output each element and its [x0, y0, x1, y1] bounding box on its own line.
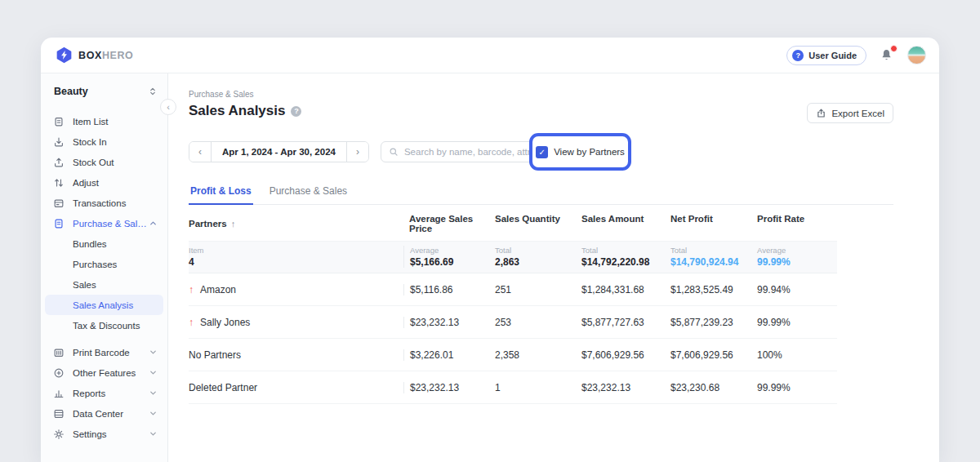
- partner-cell: Deleted Partner: [189, 382, 403, 393]
- partner-name: No Partners: [189, 349, 241, 361]
- chevron-right-icon: ›: [356, 146, 359, 158]
- sidebar-nav-bottom: Print BarcodeOther FeaturesReportsData C…: [41, 342, 167, 444]
- quantity-cell: 251: [489, 284, 576, 295]
- summary-label: Total: [670, 246, 751, 255]
- date-range-value[interactable]: Apr 1, 2024 - Apr 30, 2024: [211, 142, 347, 162]
- sidebar-item-label: Adjust: [73, 178, 158, 188]
- avg-price-cell: $23,232.13: [403, 317, 489, 328]
- sidebar-subitem-sales[interactable]: Sales: [41, 274, 167, 295]
- main-layout: Beauty Item ListStock InStock OutAdjustT…: [41, 73, 939, 462]
- column-header-net-profit[interactable]: Net Profit: [665, 214, 751, 233]
- date-prev-button[interactable]: ‹: [189, 142, 211, 162]
- quantity-cell: 253: [489, 317, 576, 328]
- sidebar-subitem-purchases[interactable]: Purchases: [41, 254, 167, 274]
- table-row-no-partners[interactable]: No Partners$3,226.012,358$7,606,929.56$7…: [189, 339, 837, 371]
- table-row-amazon[interactable]: ↑Amazon$5,116.86251$1,284,331.68$1,283,5…: [189, 273, 837, 306]
- stock-in-icon: [53, 136, 65, 148]
- user-avatar[interactable]: [907, 46, 926, 64]
- quantity-cell: 1: [489, 382, 576, 393]
- sidebar-item-adjust[interactable]: Adjust: [41, 172, 167, 193]
- sidebar-item-print-barcode[interactable]: Print Barcode: [41, 342, 167, 362]
- summary-cell-3: Total$14,792,220.98: [576, 246, 665, 268]
- profit-rate-cell: 100%: [751, 349, 837, 361]
- chevron-left-icon: ‹: [167, 102, 170, 112]
- search-icon: [389, 147, 399, 157]
- chevron-down-icon: [149, 348, 158, 357]
- summary-label: Total: [495, 246, 576, 255]
- column-header-sales-amount[interactable]: Sales Amount: [576, 214, 665, 233]
- quantity-cell: 2,358: [489, 349, 576, 361]
- partner-up-arrow-icon: ↑: [189, 317, 194, 328]
- summary-cell-0: Item4: [189, 246, 403, 268]
- app-background: BOXHERO ? User Guide: [0, 0, 980, 462]
- partner-name: Deleted Partner: [189, 382, 257, 393]
- adjust-icon: [53, 177, 65, 189]
- chevron-down-icon: [149, 409, 158, 418]
- avg-price-cell: $3,226.01: [403, 349, 489, 361]
- summary-value: 2,863: [495, 256, 576, 268]
- sidebar-item-data-center[interactable]: Data Center: [41, 403, 167, 424]
- item-list-icon: [53, 116, 65, 127]
- boxhero-logo[interactable]: BOXHERO: [56, 47, 133, 64]
- notification-badge: [890, 45, 898, 52]
- sidebar-subitem-tax-discounts[interactable]: Tax & Discounts: [41, 315, 167, 335]
- column-header-profit-rate[interactable]: Profit Rate: [751, 214, 837, 233]
- sidebar-item-other-features[interactable]: Other Features: [41, 362, 167, 383]
- date-next-button[interactable]: ›: [347, 142, 368, 162]
- profit-rate-cell: 99.99%: [751, 382, 837, 393]
- sidebar-subitem-sales-analysis[interactable]: Sales Analysis: [45, 295, 163, 315]
- notifications-button[interactable]: [880, 48, 894, 63]
- summary-cell-5: Average99.99%: [751, 246, 837, 268]
- summary-label: Total: [581, 246, 665, 255]
- table-row-sally-jones[interactable]: ↑Sally Jones$23,232.13253$5,877,727.63$5…: [189, 306, 837, 339]
- reports-icon: [53, 388, 65, 399]
- chevron-left-icon: ‹: [198, 146, 202, 158]
- sidebar-subitem-bundles[interactable]: Bundles: [41, 233, 167, 254]
- net-profit-cell: $23,230.68: [665, 382, 751, 393]
- other-features-icon: [53, 367, 65, 379]
- sidebar-nav-main: Item ListStock InStock OutAdjustTransact…: [41, 111, 167, 233]
- sidebar-collapse-button[interactable]: ‹: [160, 99, 176, 115]
- filter-row: ‹ Apr 1, 2024 - Apr 30, 2024 › ✓ View by…: [189, 133, 893, 171]
- export-excel-button[interactable]: Export Excel: [807, 103, 893, 123]
- amount-cell: $23,232.13: [576, 382, 665, 393]
- summary-value: $5,166.69: [410, 256, 489, 268]
- net-profit-cell: $7,606,929.56: [665, 349, 751, 361]
- workspace-switch-icon: [148, 87, 158, 96]
- table-row-deleted-partner[interactable]: Deleted Partner$23,232.131$23,232.13$23,…: [189, 371, 837, 404]
- user-guide-label: User Guide: [808, 51, 857, 60]
- sidebar-item-settings[interactable]: Settings: [41, 424, 167, 444]
- tab-purchase-sales[interactable]: Purchase & Sales: [268, 179, 349, 205]
- sidebar-item-label: Print Barcode: [73, 348, 149, 358]
- column-header-average-sales-price[interactable]: Average Sales Price: [403, 214, 489, 233]
- profit-loss-table: Partners↑Average Sales PriceSales Quanti…: [189, 205, 837, 404]
- breadcrumb: Purchase & Sales: [189, 90, 893, 99]
- page-title: Sales Analysis ?: [189, 103, 301, 119]
- profit-rate-cell: 99.94%: [751, 284, 837, 295]
- sidebar-nav-sub: BundlesPurchasesSalesSales AnalysisTax &…: [41, 233, 167, 335]
- sidebar-item-label: Reports: [73, 389, 149, 398]
- sidebar-item-item-list[interactable]: Item List: [41, 111, 167, 131]
- sidebar-item-stock-out[interactable]: Stock Out: [41, 152, 167, 172]
- avg-price-cell: $5,116.86: [403, 284, 489, 295]
- title-help-icon[interactable]: ?: [291, 106, 301, 117]
- amount-cell: $5,877,727.63: [576, 317, 665, 328]
- table-body: ↑Amazon$5,116.86251$1,284,331.68$1,283,5…: [189, 273, 837, 404]
- sidebar-item-reports[interactable]: Reports: [41, 383, 167, 403]
- column-header-partners[interactable]: Partners↑: [189, 214, 403, 233]
- user-guide-button[interactable]: ? User Guide: [786, 46, 866, 65]
- chevron-down-icon: [149, 368, 158, 377]
- workspace-selector[interactable]: Beauty: [41, 80, 167, 103]
- sidebar-item-stock-in[interactable]: Stock In: [41, 131, 167, 152]
- amount-cell: $7,606,929.56: [576, 349, 665, 361]
- sidebar-item-label: Data Center: [73, 409, 149, 419]
- sidebar-item-purchase-sales[interactable]: Purchase & Salesβ: [41, 213, 167, 233]
- sidebar-item-transactions[interactable]: Transactions: [41, 193, 167, 213]
- purchase-sales-icon: [53, 218, 65, 229]
- summary-label: Item: [189, 246, 403, 255]
- view-by-partners-label[interactable]: View by Partners: [554, 147, 625, 157]
- view-by-partners-checkbox[interactable]: ✓: [536, 146, 548, 158]
- summary-label: Average: [410, 246, 489, 255]
- column-header-sales-quantity[interactable]: Sales Quantity: [489, 214, 576, 233]
- tab-profit-loss[interactable]: Profit & Loss: [189, 179, 253, 205]
